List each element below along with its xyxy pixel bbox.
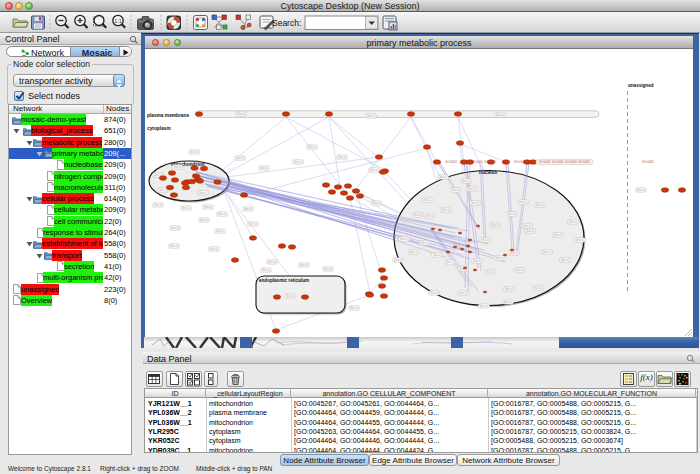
svg-text:(box a): (box a) bbox=[159, 188, 167, 192]
svg-text:(box a): (box a) bbox=[536, 203, 544, 207]
svg-text:(box a): (box a) bbox=[236, 156, 244, 160]
svg-text:cytoplasm: cytoplasm bbox=[147, 126, 171, 131]
svg-text:(box a): (box a) bbox=[473, 259, 481, 263]
svg-text:(box a): (box a) bbox=[210, 247, 218, 251]
svg-text:(box a): (box a) bbox=[481, 238, 489, 242]
svg-text:1:1: 1:1 bbox=[114, 18, 122, 24]
svg-text:unassigned: unassigned bbox=[628, 83, 654, 88]
svg-text:(box a): (box a) bbox=[370, 168, 378, 172]
svg-text:(box a): (box a) bbox=[433, 253, 441, 257]
svg-text:(box a): (box a) bbox=[496, 113, 504, 117]
svg-text:(box a): (box a) bbox=[216, 229, 224, 233]
svg-text:GO:00441: GO:00441 bbox=[514, 160, 527, 164]
svg-text:(box a): (box a) bbox=[468, 187, 476, 191]
svg-text:(box a): (box a) bbox=[294, 160, 302, 164]
svg-text:(box a): (box a) bbox=[526, 229, 534, 233]
svg-text:GO:00441: GO:00441 bbox=[578, 160, 591, 164]
svg-text:(box a): (box a) bbox=[308, 145, 316, 149]
svg-text:(box a): (box a) bbox=[394, 258, 402, 262]
svg-text:(box a): (box a) bbox=[170, 244, 178, 248]
svg-text:(box a): (box a) bbox=[534, 286, 542, 290]
svg-text:(box a): (box a) bbox=[154, 203, 162, 207]
svg-text:GO:00441: GO:00441 bbox=[471, 160, 484, 164]
svg-text:(box a): (box a) bbox=[554, 233, 562, 237]
svg-text:(box a): (box a) bbox=[423, 198, 431, 202]
svg-text:(box a): (box a) bbox=[204, 205, 212, 209]
svg-text:(box a): (box a) bbox=[426, 214, 434, 218]
svg-text:(box a): (box a) bbox=[199, 191, 207, 195]
svg-text:(box a): (box a) bbox=[505, 287, 513, 291]
svg-text:(box a): (box a) bbox=[480, 304, 488, 308]
svg-text:(box a): (box a) bbox=[218, 212, 226, 216]
svg-text:(box a): (box a) bbox=[452, 188, 460, 192]
svg-text:(box a): (box a) bbox=[516, 268, 524, 272]
svg-text:(box a): (box a) bbox=[543, 250, 551, 254]
svg-text:(box a): (box a) bbox=[249, 222, 257, 226]
svg-text:(box a): (box a) bbox=[504, 300, 512, 304]
svg-text:(box a): (box a) bbox=[400, 237, 408, 241]
svg-text:(box a): (box a) bbox=[459, 291, 467, 295]
svg-text:GO:00441: GO:00441 bbox=[445, 160, 458, 164]
svg-text:(box a): (box a) bbox=[439, 175, 447, 179]
svg-text:(box a): (box a) bbox=[442, 208, 450, 212]
svg-text:(box a): (box a) bbox=[338, 155, 346, 159]
svg-text:(box a): (box a) bbox=[421, 241, 429, 245]
svg-text:(box a): (box a) bbox=[171, 226, 179, 230]
svg-text:(box a): (box a) bbox=[446, 260, 454, 264]
svg-text:(box a): (box a) bbox=[523, 224, 531, 228]
svg-text:(box a): (box a) bbox=[637, 188, 645, 192]
svg-text:(box a): (box a) bbox=[200, 218, 208, 222]
svg-text:(box a): (box a) bbox=[576, 238, 584, 242]
svg-text:GO:00441: GO:00441 bbox=[565, 160, 578, 164]
svg-text:(box a): (box a) bbox=[519, 200, 527, 204]
svg-text:(box a): (box a) bbox=[173, 165, 181, 169]
svg-text:(box a): (box a) bbox=[300, 263, 308, 267]
svg-text:(box a): (box a) bbox=[462, 179, 470, 183]
svg-text:(box a): (box a) bbox=[569, 220, 577, 224]
svg-text:(box a): (box a) bbox=[244, 207, 252, 211]
svg-text:(box a): (box a) bbox=[268, 260, 276, 264]
svg-text:(box a): (box a) bbox=[367, 114, 375, 118]
svg-text:(box a): (box a) bbox=[237, 112, 245, 116]
svg-text:(box a): (box a) bbox=[430, 291, 438, 295]
svg-text:(box a): (box a) bbox=[262, 268, 270, 272]
svg-text:(box a): (box a) bbox=[486, 270, 494, 274]
svg-text:(box a): (box a) bbox=[491, 223, 499, 227]
svg-text:(box a): (box a) bbox=[324, 267, 332, 271]
svg-text:GO:00441: GO:00441 bbox=[539, 160, 552, 164]
svg-text:(box a): (box a) bbox=[471, 201, 479, 205]
svg-text:GO:00441: GO:00441 bbox=[552, 160, 565, 164]
svg-text:GO:00441: GO:00441 bbox=[484, 160, 497, 164]
svg-text:(box a): (box a) bbox=[260, 166, 268, 170]
svg-text:(box a): (box a) bbox=[350, 306, 358, 310]
svg-text:(box a): (box a) bbox=[510, 251, 518, 255]
svg-text:(box a): (box a) bbox=[286, 294, 294, 298]
svg-text:(box a): (box a) bbox=[410, 250, 418, 254]
svg-text:Search:: Search: bbox=[272, 18, 301, 28]
svg-text:(box a): (box a) bbox=[414, 213, 422, 217]
svg-text:(box a): (box a) bbox=[508, 212, 516, 216]
svg-text:(box a): (box a) bbox=[561, 258, 569, 262]
svg-text:(box a): (box a) bbox=[496, 256, 504, 260]
svg-text:(box a): (box a) bbox=[372, 201, 380, 205]
svg-text:plasma membrane: plasma membrane bbox=[147, 113, 189, 118]
svg-text:GO:00441: GO:00441 bbox=[642, 160, 655, 164]
svg-text:endoplasmic reticulum: endoplasmic reticulum bbox=[259, 278, 309, 283]
svg-text:(box a): (box a) bbox=[190, 150, 198, 154]
svg-text:(box a): (box a) bbox=[182, 206, 190, 210]
svg-text:nucleus: nucleus bbox=[479, 170, 497, 175]
